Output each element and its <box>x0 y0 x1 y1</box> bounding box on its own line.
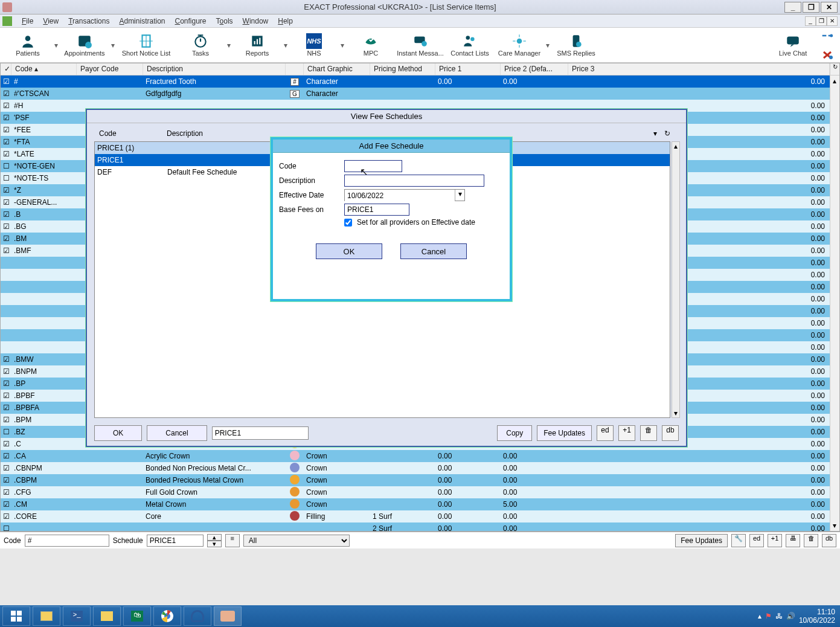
add-base-input[interactable] <box>344 204 409 216</box>
col-cgicon[interactable] <box>286 63 304 75</box>
print-icon[interactable]: 🖶 <box>786 534 800 547</box>
category-filter[interactable]: All <box>243 535 350 547</box>
menu-help[interactable]: Help <box>273 16 298 27</box>
shortnotice-button[interactable]: Short Notice List <box>117 30 175 60</box>
menu-transactions[interactable]: Transactions <box>63 16 114 27</box>
fee-updates-button[interactable]: Fee Updates <box>675 534 728 547</box>
fs-code-input[interactable] <box>212 426 309 440</box>
start-button[interactable] <box>2 606 30 626</box>
patients-dropdown[interactable]: ▾ <box>53 41 59 50</box>
menu-view[interactable]: View <box>38 16 63 27</box>
menu-configure[interactable]: Configure <box>170 16 211 27</box>
minimize-button[interactable]: _ <box>784 2 801 13</box>
menu-tools[interactable]: Tools <box>211 16 238 27</box>
edit-cell-icon[interactable]: ed <box>749 534 764 547</box>
table-row[interactable]: ☑.CBPMBonded Precious Metal CrownCrown0.… <box>1 474 830 486</box>
col-code[interactable]: Code ▴ <box>11 63 77 75</box>
delete-icon[interactable]: 🗑 <box>804 534 818 547</box>
task-explorer[interactable] <box>33 606 60 626</box>
patients-button[interactable]: Patients <box>4 30 52 60</box>
mpc-button[interactable]: MPC <box>347 30 395 60</box>
add-desc-input[interactable] <box>344 175 484 187</box>
table-row[interactable]: ☑.CAAcrylic CrownCrown0.000.000.00 <box>1 450 830 462</box>
add-effective-input[interactable] <box>345 190 455 202</box>
col-price2[interactable]: Price 2 (Defa... <box>501 63 568 75</box>
fs-cancel-button[interactable]: Cancel <box>147 425 207 441</box>
col-checkbox[interactable]: ✓ <box>1 63 11 75</box>
maximize-button[interactable]: ❐ <box>803 2 819 13</box>
task-powershell[interactable]: >_ <box>63 606 91 626</box>
fs-col-dropdown[interactable]: ▾ <box>649 128 659 140</box>
schedule-filter-input[interactable] <box>147 535 204 547</box>
tray-up-icon[interactable]: ▴ <box>758 612 761 620</box>
sms-replies-button[interactable]: SMS Replies <box>552 30 600 60</box>
close-button[interactable]: ✕ <box>821 2 838 13</box>
col-description[interactable]: Description <box>143 63 286 75</box>
fs-scroll-up[interactable]: ▴ <box>672 142 679 150</box>
table-row[interactable]: ☑.CFGFull Gold CrownCrown0.000.000.00 <box>1 486 830 498</box>
tray-clock[interactable]: 11:10 10/06/2022 <box>799 608 835 625</box>
mdi-restore[interactable]: ❐ <box>816 16 827 26</box>
plus1-icon[interactable]: +1 <box>768 534 782 547</box>
table-row[interactable]: ☑#Fractured Tooth#Character0.000.000.00 <box>1 76 830 88</box>
tasks-dropdown[interactable]: ▾ <box>226 41 232 50</box>
table-row[interactable]: ☑#'CTSCANGdfgdfgdfgGCharacter <box>1 88 830 100</box>
schedule-down[interactable]: ▾ <box>207 541 222 547</box>
col-chartgraphic[interactable]: Chart Graphic <box>304 63 370 75</box>
instant-messaging-button[interactable]: Instant Messa... <box>396 30 444 60</box>
reports-button[interactable]: Reports <box>233 30 281 60</box>
add-cancel-button[interactable]: Cancel <box>400 243 467 259</box>
fs-db-icon[interactable]: db <box>662 425 679 441</box>
tasks-button[interactable]: Tasks <box>176 30 225 60</box>
fs-edit-icon[interactable]: ed <box>597 425 614 441</box>
add-effective-dropdown[interactable]: ▾ <box>455 190 464 201</box>
task-exact[interactable] <box>214 606 242 626</box>
task-headset[interactable] <box>184 606 211 626</box>
fs-scrollbar[interactable]: ▴ ▾ <box>672 141 680 418</box>
task-folder[interactable] <box>93 606 121 626</box>
fs-refresh-icon[interactable]: ↻ <box>659 128 670 140</box>
scroll-up[interactable]: ▴ <box>830 77 839 85</box>
contact-lists-button[interactable]: Contact Lists <box>446 30 494 60</box>
fs-delete-icon[interactable]: 🗑 <box>640 425 657 441</box>
tool-icon[interactable]: 🔧 <box>731 534 746 547</box>
col-pricing[interactable]: Pricing Method <box>370 63 435 75</box>
col-payor[interactable]: Payor Code <box>77 63 143 75</box>
fs-fee-updates-button[interactable]: Fee Updates <box>537 425 592 441</box>
tray-sound-icon[interactable]: 🔊 <box>786 612 795 620</box>
fs-ok-button[interactable]: OK <box>94 425 142 441</box>
fs-col-code[interactable]: Code <box>94 128 162 140</box>
table-row[interactable]: ☑.CMMetal CrownCrown0.005.000.00 <box>1 498 830 510</box>
appointments-button[interactable]: Appointments <box>60 30 109 60</box>
fs-copy-button[interactable]: Copy <box>497 425 532 441</box>
menu-window[interactable]: Window <box>238 16 274 27</box>
mdi-minimize[interactable]: _ <box>805 16 816 26</box>
add-providers-checkbox[interactable] <box>344 219 352 227</box>
appointments-dropdown[interactable]: ▾ <box>110 41 116 50</box>
table-row[interactable]: ☑.CBNPMBonded Non Precious Metal Cr...Cr… <box>1 462 830 474</box>
col-price3[interactable]: Price 3 <box>568 63 830 75</box>
add-code-input[interactable] <box>344 160 402 172</box>
care-manager-button[interactable]: Care Manager <box>495 30 543 60</box>
menu-administration[interactable]: Administration <box>114 16 170 27</box>
code-filter-input[interactable] <box>25 535 109 547</box>
live-chat-button[interactable]: Live Chat <box>769 30 817 60</box>
tray-network-icon[interactable]: 🖧 <box>775 612 783 620</box>
grid-refresh-icon[interactable]: ↻ <box>830 63 839 76</box>
schedule-up[interactable]: ▴ <box>207 534 222 541</box>
table-row[interactable]: ☑.CORECoreFilling1 Surf0.000.000.00 <box>1 510 830 522</box>
toolbar-link-icon[interactable] <box>818 27 836 45</box>
menu-file[interactable]: File <box>17 16 38 27</box>
mdi-close[interactable]: ✕ <box>827 16 838 26</box>
nhs-button[interactable]: NHSNHS <box>290 30 338 60</box>
add-ok-button[interactable]: OK <box>316 243 382 259</box>
grid-scrollbar[interactable]: ↻ ▴ ▾ <box>830 63 839 531</box>
fs-plus1-icon[interactable]: +1 <box>618 425 635 441</box>
reports-dropdown[interactable]: ▾ <box>283 41 289 50</box>
table-row[interactable]: ☐2 Surf0.000.000.00 <box>1 522 830 531</box>
fs-scroll-down[interactable]: ▾ <box>672 409 679 417</box>
task-store[interactable]: 🛍 <box>123 606 151 626</box>
app-menu-icon[interactable] <box>2 16 12 26</box>
col-price1[interactable]: Price 1 <box>435 63 501 75</box>
schedule-list-icon[interactable]: ≡ <box>225 534 240 547</box>
